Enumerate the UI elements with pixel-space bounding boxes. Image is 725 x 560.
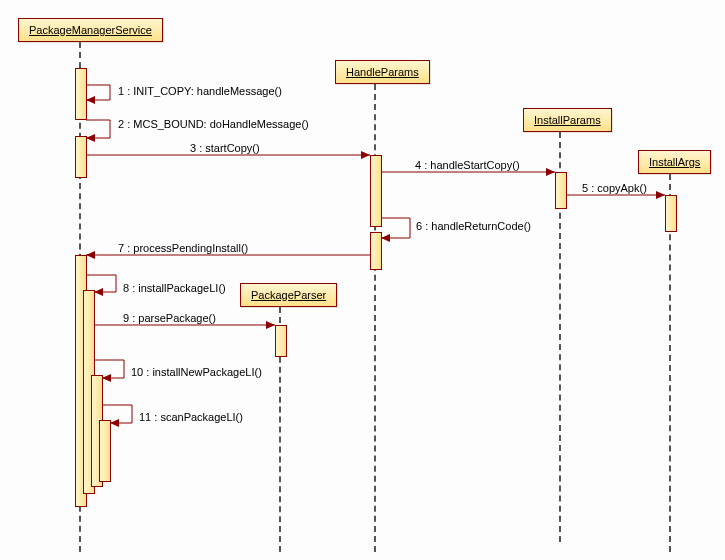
msg-8-label: 8 : installPackageLI() [123,282,226,294]
actor-packageparser: PackageParser [240,283,337,307]
actor-packageparser-label: PackageParser [251,289,326,301]
actor-pms-label: PackageManagerService [29,24,152,36]
msg-2-label: 2 : MCS_BOUND: doHandleMessage() [118,118,309,130]
activation-pms-1 [75,68,87,120]
activation-ip [555,172,567,209]
msg-10-label: 10 : installNewPackageLI() [131,366,262,378]
msg-9-label: 9 : parsePackage() [123,312,216,324]
actor-installparams-label: InstallParams [534,114,601,126]
actor-installargs: InstallArgs [638,150,711,174]
msg-6-label: 6 : handleReturnCode() [416,220,531,232]
activation-pms-6 [99,420,111,482]
msg-5-label: 5 : copyApk() [582,182,647,194]
actor-installargs-label: InstallArgs [649,156,700,168]
msg-4-label: 4 : handleStartCopy() [415,159,520,171]
actor-installparams: InstallParams [523,108,612,132]
msg-1-label: 1 : INIT_COPY: handleMessage() [118,85,282,97]
actor-handleparams-label: HandleParams [346,66,419,78]
actor-handleparams: HandleParams [335,60,430,84]
actor-pms: PackageManagerService [18,18,163,42]
activation-pp [275,325,287,357]
msg-7-label: 7 : processPendingInstall() [118,242,248,254]
activation-pms-2 [75,136,87,178]
msg-11-label: 11 : scanPackageLI() [139,411,243,423]
sequence-diagram: PackageManagerService HandleParams Packa… [0,0,725,560]
activation-hp-2 [370,232,382,270]
activation-hp-1 [370,155,382,227]
activation-ia [665,195,677,232]
msg-3-label: 3 : startCopy() [190,142,260,154]
